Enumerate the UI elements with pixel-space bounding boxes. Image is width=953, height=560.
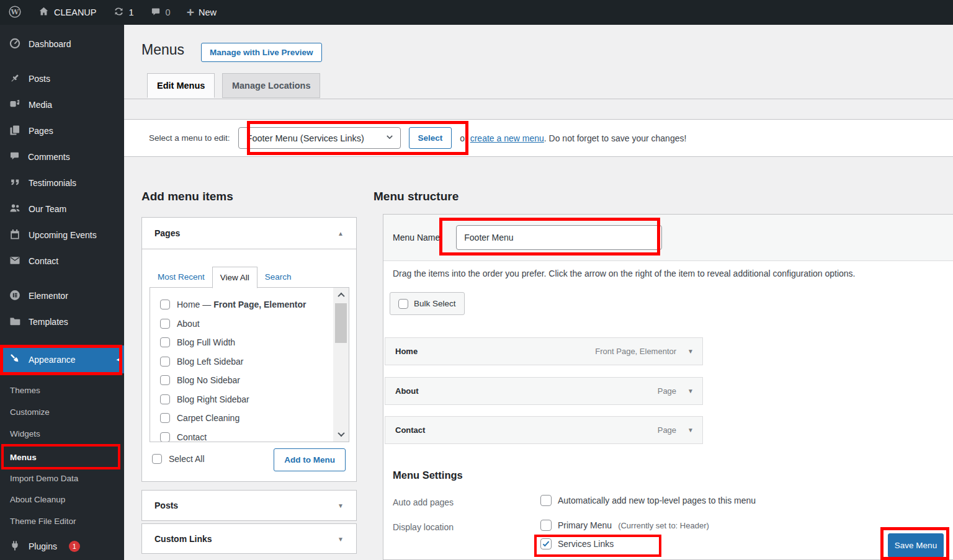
menu-item-contact[interactable]: Contact Page ▼ bbox=[385, 416, 703, 444]
custom-links-panel-header[interactable]: Custom Links ▼ bbox=[142, 524, 356, 554]
admin-bar: W CLEANUP 1 0 + New bbox=[0, 0, 953, 25]
checkbox[interactable] bbox=[160, 319, 170, 329]
menu-structure-heading: Menu structure bbox=[374, 190, 459, 203]
select-menu-label: Select a menu to edit: bbox=[149, 133, 230, 143]
page-checklist-item: Contact bbox=[160, 428, 349, 443]
select-all-row: Select All bbox=[152, 454, 205, 464]
envelope-icon bbox=[9, 254, 21, 269]
wordpress-logo-icon: W bbox=[8, 5, 22, 20]
sidebar-item-elementor[interactable]: Elementor bbox=[0, 283, 124, 309]
main-content: Menus Manage with Live Preview Edit Menu… bbox=[124, 25, 953, 560]
custom-links-panel: Custom Links ▼ bbox=[141, 523, 357, 554]
bulk-select-toggle[interactable]: Bulk Select bbox=[390, 292, 465, 315]
menu-item-about[interactable]: About Page ▼ bbox=[385, 377, 703, 405]
sidebar-item-dashboard[interactable]: Dashboard bbox=[0, 31, 124, 57]
brush-icon bbox=[9, 352, 21, 367]
pages-checklist: Home — Front Page, Elementor About Blog … bbox=[150, 287, 349, 442]
update-count: 1 bbox=[129, 7, 134, 17]
select-all-checkbox[interactable] bbox=[152, 454, 162, 464]
updates-icon bbox=[113, 6, 125, 19]
expand-icon[interactable]: ▼ bbox=[338, 536, 344, 543]
tab-most-recent[interactable]: Most Recent bbox=[158, 272, 205, 282]
sidebar-subitem-import-demo-data[interactable]: Import Demo Data bbox=[0, 469, 124, 487]
sidebar-subitem-customize[interactable]: Customize bbox=[0, 402, 124, 421]
sidebar-item-our-team[interactable]: Our Team bbox=[0, 196, 124, 222]
scrollbar-thumb[interactable] bbox=[335, 303, 347, 343]
select-all-label: Select All bbox=[169, 454, 205, 464]
sidebar-item-posts[interactable]: Posts bbox=[0, 66, 124, 92]
sidebar-subitem-themes[interactable]: Themes bbox=[0, 381, 124, 399]
menu-name-input[interactable] bbox=[456, 225, 662, 250]
collapse-icon[interactable]: ▲ bbox=[338, 230, 344, 237]
item-expand-icon[interactable]: ▼ bbox=[687, 427, 694, 433]
sidebar-subitem-menus[interactable]: Menus bbox=[0, 447, 124, 468]
sidebar-item-comments[interactable]: Comments bbox=[0, 144, 124, 170]
tabs-underline bbox=[124, 99, 953, 99]
pin-icon bbox=[9, 72, 21, 86]
tab-view-all[interactable]: View All bbox=[212, 267, 257, 288]
comments-icon bbox=[9, 150, 20, 164]
checkbox[interactable] bbox=[160, 337, 170, 347]
location-primary-menu-option: Primary Menu (Currently set to: Header) bbox=[540, 520, 709, 531]
pages-panel-header[interactable]: Pages ▲ bbox=[142, 218, 356, 249]
folder-icon bbox=[9, 315, 21, 329]
wp-logo-menu[interactable]: W bbox=[0, 0, 30, 25]
scroll-down-icon[interactable] bbox=[333, 427, 349, 442]
add-to-menu-button[interactable]: Add to Menu bbox=[274, 448, 346, 471]
select-menu-button[interactable]: Select bbox=[409, 127, 452, 149]
chevron-down-icon bbox=[385, 133, 394, 143]
tab-edit-menus[interactable]: Edit Menus bbox=[147, 73, 215, 98]
sidebar-subitem-widgets[interactable]: Widgets bbox=[0, 424, 124, 443]
page-checklist-item: Blog No Sidebar bbox=[160, 371, 349, 390]
services-links-checkbox[interactable] bbox=[540, 538, 552, 549]
menu-name-label: Menu Name bbox=[393, 233, 440, 242]
tab-manage-locations[interactable]: Manage Locations bbox=[222, 73, 321, 98]
quote-icon bbox=[9, 176, 21, 190]
save-menu-button[interactable]: Save Menu bbox=[888, 533, 944, 558]
checklist-scrollbar[interactable] bbox=[333, 288, 349, 442]
menu-structure-body: Drag the items into the order you prefer… bbox=[383, 261, 953, 559]
site-name-menu[interactable]: CLEANUP bbox=[30, 0, 105, 25]
checkbox[interactable] bbox=[160, 413, 170, 423]
page-checklist-item: About bbox=[160, 314, 349, 334]
sidebar-subitem-theme-file-editor[interactable]: Theme File Editor bbox=[0, 512, 124, 530]
scroll-up-icon[interactable] bbox=[333, 288, 349, 303]
sidebar-item-appearance[interactable]: Appearance ◀ bbox=[0, 345, 124, 373]
menu-item-home[interactable]: Home Front Page, Elementor ▼ bbox=[385, 337, 703, 365]
team-icon bbox=[9, 202, 21, 216]
checkbox[interactable] bbox=[160, 375, 170, 385]
sidebar-item-media[interactable]: Media bbox=[0, 92, 124, 118]
expand-icon[interactable]: ▼ bbox=[338, 502, 344, 509]
admin-sidebar: Dashboard Posts Media Pages Comments Tes… bbox=[0, 25, 124, 560]
checkbox[interactable] bbox=[160, 394, 170, 404]
sidebar-item-contact[interactable]: Contact bbox=[0, 248, 124, 274]
new-content-menu[interactable]: + New bbox=[179, 0, 225, 25]
item-expand-icon[interactable]: ▼ bbox=[687, 388, 694, 394]
auto-add-pages-label: Auto add pages bbox=[393, 497, 454, 507]
sidebar-item-testimonials[interactable]: Testimonials bbox=[0, 170, 124, 196]
menu-select-dropdown[interactable]: Footer Menu (Services Links) bbox=[238, 127, 401, 149]
auto-add-checkbox[interactable] bbox=[540, 495, 552, 506]
primary-menu-checkbox[interactable] bbox=[540, 520, 552, 531]
page-checklist-item: Carpet Cleaning bbox=[160, 409, 349, 428]
comments-indicator[interactable]: 0 bbox=[142, 0, 179, 25]
live-preview-button[interactable]: Manage with Live Preview bbox=[201, 43, 322, 62]
create-new-menu-link[interactable]: create a new menu bbox=[470, 133, 544, 143]
checkbox[interactable] bbox=[160, 432, 170, 442]
wordpress-admin-screen: W CLEANUP 1 0 + New Dashboard Posts bbox=[0, 0, 953, 560]
pages-panel-body: Most Recent View All Search Home — Front… bbox=[142, 249, 356, 481]
home-icon bbox=[38, 6, 50, 19]
checkbox[interactable] bbox=[160, 300, 170, 309]
bulk-select-checkbox[interactable] bbox=[398, 299, 408, 309]
item-expand-icon[interactable]: ▼ bbox=[687, 348, 694, 355]
checkbox[interactable] bbox=[160, 357, 170, 367]
sidebar-item-plugins[interactable]: Plugins 1 bbox=[0, 533, 124, 559]
updates-indicator[interactable]: 1 bbox=[105, 0, 142, 25]
menu-structure-panel: Menu Name Drag the items into the order … bbox=[383, 214, 953, 560]
sidebar-item-pages[interactable]: Pages bbox=[0, 118, 124, 144]
sidebar-item-templates[interactable]: Templates bbox=[0, 309, 124, 335]
posts-panel-header[interactable]: Posts ▼ bbox=[142, 491, 356, 520]
tab-search[interactable]: Search bbox=[265, 272, 292, 282]
sidebar-item-upcoming-events[interactable]: Upcoming Events bbox=[0, 222, 124, 248]
sidebar-subitem-about-cleanup[interactable]: About Cleanup bbox=[0, 490, 124, 509]
